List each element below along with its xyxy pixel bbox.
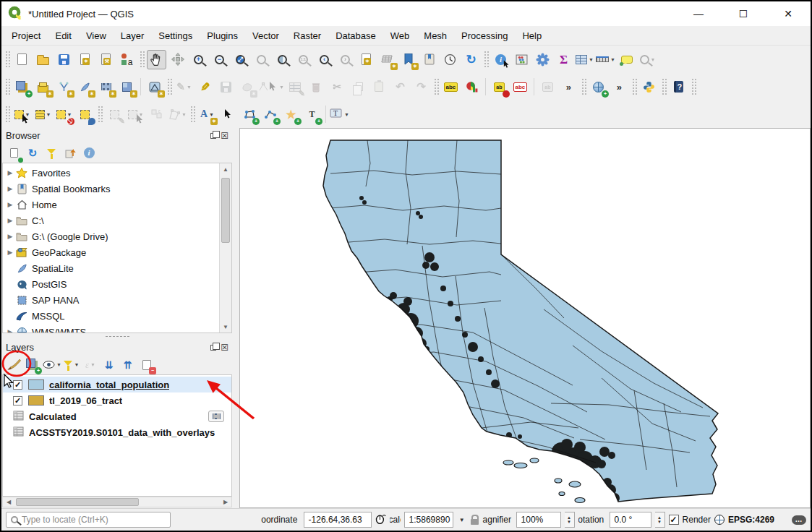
new-mesh-layer-button[interactable]: ✶ [145,77,164,97]
measure-button[interactable]: ▼ [596,50,615,69]
browser-item-favorites[interactable]: ▶Favorites [3,165,219,181]
layer-item-california-total-population[interactable]: ✓california_total_population [3,377,231,392]
select-features-by-value-button[interactable]: ▼ [33,105,53,124]
manage-map-themes-button[interactable]: ▼ [43,356,61,374]
scroll-thumb[interactable] [221,178,230,243]
scroll-up-arrow[interactable]: ▲ [220,163,231,175]
create-text-annotation-button[interactable]: T+ [302,105,322,124]
coordinate-input[interactable]: -126.64,36.63 [304,512,372,528]
statistical-summary-button[interactable]: Σ [554,50,573,69]
new-annotation-layer-button[interactable]: A✶▼ [197,105,217,124]
toolbar-drag-handle[interactable] [661,77,667,96]
layer-diagram-options-button[interactable] [462,77,482,97]
menu-web[interactable]: Web [383,27,417,44]
zoom-to-layer-button[interactable] [273,50,292,69]
toolbar-overflow-labels-button[interactable]: » [559,77,578,97]
magnifier-input[interactable]: 100% [516,512,561,528]
map-canvas[interactable] [239,128,811,508]
browser-item-c[interactable]: ▶C:\ [3,213,219,228]
scroll-right-arrow[interactable]: ▶ [220,499,231,505]
menu-settings[interactable]: Settings [151,27,200,44]
new-spatialite-layer-button[interactable]: ✶ [75,77,95,97]
layer-labeling-options-button[interactable]: abc [441,77,461,97]
help-contents-button[interactable]: ? [669,77,688,97]
menu-processing[interactable]: Processing [454,27,515,44]
scroll-left-arrow[interactable]: ◀ [3,499,14,505]
collapse-all-browser-button[interactable] [61,145,79,162]
menu-layer[interactable]: Layer [114,27,152,44]
attribute-table-button[interactable]: ▼ [575,50,594,69]
browser-scrollbar[interactable]: ▲ ▼ [219,163,231,332]
show-layout-manager-button[interactable]: ⚒ [96,50,116,69]
browser-item-wms-wmts[interactable]: ▶WMS/WMTS [3,324,219,332]
new-project-button[interactable] [12,50,32,69]
identify-features-button[interactable]: i [491,50,510,69]
open-layer-styling-button[interactable] [5,356,22,374]
crs-status[interactable]: EPSG:4269 [728,515,774,525]
layer-visibility-checkbox[interactable]: ✓ [13,380,22,390]
zoom-full-button[interactable]: ⤢ [231,50,250,69]
layer-visibility-checkbox[interactable]: ✓ [13,396,22,406]
panel-map-splitter[interactable] [233,128,239,508]
highlight-pinned-labels-button[interactable]: abc [510,77,530,97]
browser-float-button[interactable] [210,133,216,139]
select-features-button[interactable]: ▼ [12,105,32,124]
form-annotation-button[interactable]: T▼ [330,105,349,124]
toolbar-drag-handle[interactable] [631,77,637,96]
deselect-features-button[interactable]: ⃠▼ [54,105,74,124]
refresh-browser-button[interactable]: ↻ [24,145,41,162]
toolbar-drag-handle[interactable] [433,77,439,96]
expand-all-button[interactable]: ⇊ [101,356,118,374]
expand-arrow-icon[interactable]: ▶ [6,169,14,176]
select-annotation-button[interactable] [218,105,238,124]
layers-close-button[interactable]: ☒ [221,343,228,353]
expand-arrow-icon[interactable]: ▶ [6,233,14,240]
add-group-button[interactable]: + [24,356,41,374]
browser-properties-button[interactable]: i [80,145,98,162]
new-virtual-layer-button[interactable]: ✶ [117,77,137,97]
filter-legend-button[interactable]: ▼ [63,356,80,374]
layers-scrollbar[interactable]: ◀ ▶ [2,497,232,507]
toolbar-drag-handle[interactable] [139,50,145,69]
render-checkbox[interactable]: ✓ [669,515,679,525]
python-console-button[interactable] [639,77,659,97]
style-manager-button[interactable]: a [117,50,137,69]
minimize-button[interactable]: — [676,1,721,26]
toolbar-drag-handle[interactable] [189,105,195,124]
layer-item-tl-2019-06-tract[interactable]: ✓tl_2019_06_tract [3,392,231,408]
zoom-in-button[interactable]: + [189,50,208,69]
browser-item-home[interactable]: ▶Home [3,197,219,213]
expand-arrow-icon[interactable]: ▶ [6,249,14,256]
new-temporary-scratch-layer-button[interactable]: ✶ [96,77,116,97]
add-selected-layers-button[interactable] [5,145,22,162]
expand-arrow-icon[interactable]: ▶ [6,328,14,332]
locator-search-input[interactable]: Type to locate (Ctrl+K) [6,512,171,528]
scroll-thumb[interactable] [16,498,139,506]
toolbar-drag-handle[interactable] [4,50,10,69]
maximize-button[interactable]: ☐ [721,1,766,26]
create-polygon-annotation-button[interactable]: + [239,105,259,124]
menu-database[interactable]: Database [328,27,383,44]
processing-toolbox-button[interactable] [533,50,552,69]
menu-edit[interactable]: Edit [48,27,78,44]
toggle-editing-button[interactable]: ✎ [195,77,215,97]
browser-item-geopackage[interactable]: ▶GeoPackage [3,244,219,260]
toolbar-drag-handle[interactable] [166,77,172,96]
show-spatial-bookmarks-button[interactable] [419,50,439,69]
menu-plugins[interactable]: Plugins [200,27,245,44]
map-tips-button[interactable] [617,50,636,69]
layer-item-acsst5y2019-s0101-data-with-overlays[interactable]: ACSST5Y2019.S0101_data_with_overlays [3,424,231,440]
layer-item-calculated[interactable]: Calculated [3,408,231,424]
new-geopackage-layer-button[interactable]: ✶ [33,77,53,97]
panel-splitter[interactable] [1,333,233,340]
toolbar-drag-handle[interactable] [4,77,10,96]
new-3d-map-view-button[interactable]: ✶ [377,50,397,69]
menu-raster[interactable]: Raster [286,27,328,44]
save-project-button[interactable] [54,50,74,69]
pan-map-button[interactable] [147,50,166,69]
new-print-layout-button[interactable]: ✶ [75,50,95,69]
menu-project[interactable]: Project [4,27,48,44]
expand-arrow-icon[interactable]: ▶ [6,185,14,192]
expand-arrow-icon[interactable]: ▶ [6,201,14,208]
temporal-controller-button[interactable] [440,50,460,69]
